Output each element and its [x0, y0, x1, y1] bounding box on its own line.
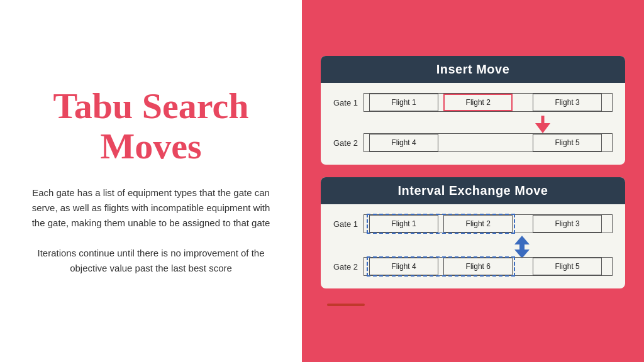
insert-arrow-icon	[531, 116, 554, 133]
insert-flight5: Flight 5	[533, 134, 602, 151]
exchange-arrow-container	[333, 237, 613, 257]
insert-gate1-row: Gate 1 Flight 1 Flight 2 Flight 3	[333, 93, 613, 112]
interval-exchange-header: Interval Exchange Move	[321, 177, 625, 204]
interval-exchange-body: Gate 1 Flight 1 Flight 2 Flight 3	[321, 204, 625, 288]
svg-marker-1	[535, 123, 550, 133]
exchange-gate1-timeline: Flight 1 Flight 2 Flight 3	[364, 214, 613, 233]
exchange-flight1: Flight 1	[369, 215, 438, 233]
insert-flight3: Flight 3	[533, 94, 602, 111]
exchange-flight2: Flight 2	[443, 215, 513, 233]
exchange-gate2-row: Gate 2 Flight 4 Flight 6 Flight 5	[333, 257, 613, 276]
exchange-flight6: Flight 6	[443, 258, 513, 275]
right-panel: Insert Move Gate 1 Flight 1 Flight 2 Fli…	[302, 0, 644, 362]
exchange-flight3: Flight 3	[533, 215, 602, 233]
insert-move-body: Gate 1 Flight 1 Flight 2 Flight 3 Gate 2	[321, 83, 625, 165]
exchange-flight5: Flight 5	[533, 258, 602, 275]
insert-gate2-timeline: Flight 4 Flight 5	[364, 133, 613, 152]
insert-gate2-label: Gate 2	[333, 138, 364, 148]
exchange-gate1-row: Gate 1 Flight 1 Flight 2 Flight 3	[333, 214, 613, 233]
exchange-gate2-timeline: Flight 4 Flight 6 Flight 5	[364, 257, 613, 276]
insert-gate1-label: Gate 1	[333, 98, 364, 107]
exchange-gate1-label: Gate 1	[333, 219, 364, 229]
insert-gate2-row: Gate 2 Flight 4 Flight 5	[333, 133, 613, 152]
exchange-gate2-label: Gate 2	[333, 262, 364, 272]
description-2: Iterations continue until there is no im…	[31, 246, 270, 276]
main-title: Tabu Search Moves	[31, 86, 270, 167]
description-1: Each gate has a list of equipment types …	[31, 185, 270, 231]
insert-flight1: Flight 1	[369, 94, 438, 111]
exchange-flight4: Flight 4	[369, 258, 438, 275]
left-panel: Tabu Search Moves Each gate has a list o…	[0, 0, 302, 362]
insert-gate1-timeline: Flight 1 Flight 2 Flight 3	[364, 93, 613, 112]
svg-rect-5	[519, 243, 525, 251]
svg-marker-2	[514, 236, 530, 244]
bottom-line-decoration	[327, 304, 365, 306]
insert-arrow-container	[333, 116, 613, 133]
insert-flight4: Flight 4	[369, 134, 438, 151]
insert-flight2: Flight 2	[443, 94, 513, 111]
insert-move-card: Insert Move Gate 1 Flight 1 Flight 2 Fli…	[321, 56, 625, 165]
interval-exchange-card: Interval Exchange Move Gate 1 Flight 1 F…	[321, 177, 625, 288]
exchange-arrow-icon	[511, 236, 533, 258]
insert-move-header: Insert Move	[321, 56, 625, 83]
